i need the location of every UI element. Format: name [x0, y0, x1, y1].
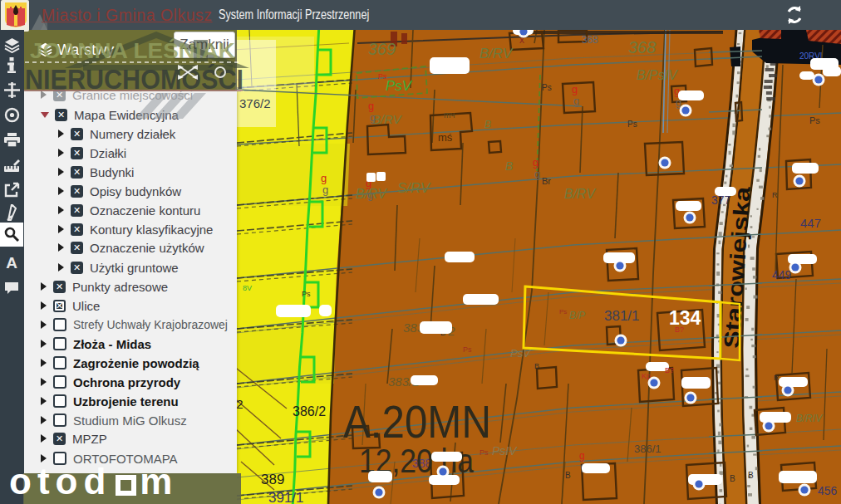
svg-text:B: B [565, 471, 571, 480]
svg-text:Ps: Ps [559, 308, 567, 316]
svg-text:391/1: 391/1 [268, 490, 304, 504]
svg-text:B: B [505, 159, 513, 173]
svg-text:386/1: 386/1 [634, 443, 661, 455]
svg-text:B/RV: B/RV [480, 46, 514, 61]
svg-text:134: 134 [669, 307, 701, 329]
svg-text:g: g [534, 168, 540, 180]
svg-text:8V: 8V [243, 284, 252, 292]
svg-text:g: g [367, 188, 373, 201]
svg-text:R: R [774, 374, 780, 382]
svg-text:389: 389 [261, 472, 284, 487]
svg-text:Ps: Ps [480, 448, 489, 457]
svg-text:Ps: Ps [542, 83, 552, 92]
svg-text:g: g [368, 100, 374, 112]
svg-text:PsV: PsV [386, 78, 413, 94]
svg-text:B/P: B/P [569, 310, 585, 321]
svg-text:447: 447 [800, 216, 821, 230]
svg-text:368: 368 [628, 38, 656, 56]
svg-text:g: g [579, 450, 585, 462]
svg-text:g: g [322, 183, 328, 196]
svg-text:456: 456 [818, 484, 838, 497]
svg-text:Br: Br [542, 176, 551, 186]
svg-text:Kp: Kp [642, 372, 651, 380]
svg-text:B?: B? [665, 366, 674, 374]
svg-text:Ps: Ps [627, 120, 637, 129]
svg-text:B: B [484, 119, 491, 130]
svg-text:A.20MN: A.20MN [343, 396, 491, 448]
svg-text:Ps: Ps [378, 72, 387, 81]
svg-text:S/RV: S/RV [397, 180, 431, 196]
svg-text:368: 368 [582, 34, 598, 46]
svg-text:B/RIV: B/RIV [796, 413, 823, 424]
svg-text:mч: mч [444, 110, 455, 120]
svg-text:g: g [370, 111, 376, 124]
svg-text:PsIV: PsIV [492, 444, 518, 458]
svg-text:R: R [772, 191, 778, 199]
svg-text:449: 449 [772, 268, 792, 281]
svg-text:Ps: Ps [463, 345, 472, 354]
svg-text:Ps: Ps [302, 290, 311, 298]
svg-text:g: g [533, 156, 539, 169]
svg-text:B/RV: B/RV [372, 112, 403, 126]
svg-text:B/RV: B/RV [564, 187, 596, 201]
svg-text:g: g [572, 83, 578, 95]
svg-text:369: 369 [368, 40, 396, 58]
svg-text:B: B [730, 474, 735, 483]
svg-text:386/2: 386/2 [293, 404, 326, 418]
svg-text:381/1: 381/1 [604, 308, 640, 324]
svg-text:mś: mś [438, 131, 453, 144]
svg-text:g: g [573, 95, 579, 107]
svg-text:376/2: 376/2 [239, 96, 271, 110]
svg-text:g: g [321, 172, 327, 184]
svg-text:B/PsIV: B/PsIV [637, 68, 678, 82]
svg-text:Ps: Ps [809, 115, 820, 125]
svg-text:PsV: PsV [510, 347, 531, 360]
svg-text:B: B [748, 471, 754, 480]
svg-text:B: B [534, 362, 539, 370]
